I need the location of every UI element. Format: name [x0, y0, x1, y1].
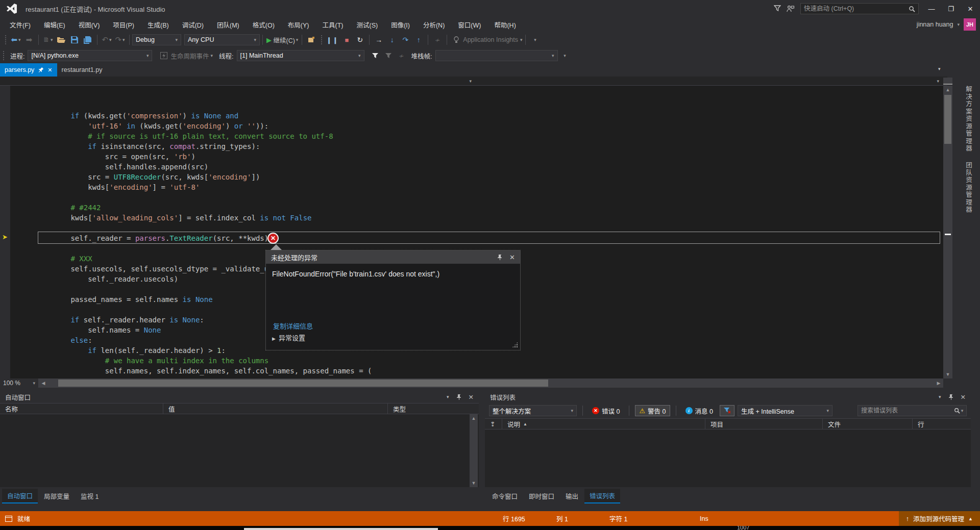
tab-list-dropdown-icon[interactable]: ▾ — [938, 66, 951, 71]
menu-item[interactable]: 团队(M) — [210, 17, 246, 32]
toolbar-grip[interactable] — [2, 51, 6, 60]
intellitrace-icon[interactable]: ≁ — [431, 34, 444, 46]
suppress-icon[interactable]: ≁ — [395, 49, 408, 62]
error-search-input[interactable] — [858, 407, 951, 414]
editor-split-handle[interactable] — [943, 78, 952, 85]
close-icon[interactable]: ✕ — [509, 254, 515, 261]
column-description[interactable]: 说明▲ — [502, 419, 705, 429]
step-over-button[interactable]: ↷ — [399, 34, 412, 46]
side-tab[interactable]: 解决方案资源管理器 — [964, 86, 973, 153]
thread-combo[interactable]: [1] MainThread▾ — [237, 50, 364, 61]
column-value[interactable]: 值 — [163, 403, 388, 414]
menu-item[interactable]: 编辑(E) — [37, 17, 72, 32]
menu-item[interactable]: 帮助(H) — [487, 17, 522, 32]
column-name[interactable]: 名称 — [0, 403, 163, 414]
panel-tab[interactable]: 自动窗口 — [2, 489, 38, 503]
panel-tab[interactable]: 局部变量 — [39, 489, 75, 503]
code-editor[interactable]: if (kwds.get('compression') is None and … — [0, 86, 943, 378]
undo-button[interactable]: ↶▾ — [100, 34, 113, 46]
save-all-button[interactable] — [81, 34, 94, 46]
panel-tab[interactable]: 输出 — [560, 489, 583, 503]
attach-icon[interactable] — [305, 34, 318, 46]
process-combo[interactable]: [N/A] python.exe▾ — [28, 50, 152, 61]
editor-vertical-scrollbar[interactable]: ▲ ▼ — [943, 86, 952, 378]
continue-button[interactable]: ▶ 继续(C)▾ — [265, 34, 299, 46]
scroll-up-icon[interactable]: ▲ — [470, 414, 478, 422]
column-file[interactable]: 文件 — [823, 419, 913, 429]
toolbar-grip[interactable] — [320, 35, 324, 44]
breakpoint-gutter[interactable] — [0, 86, 10, 378]
feedback-person-icon[interactable] — [784, 3, 797, 14]
close-button[interactable]: ✕ — [961, 2, 980, 16]
user-dropdown-icon[interactable]: ▾ — [957, 22, 960, 27]
close-tab-icon[interactable]: ✕ — [47, 67, 52, 73]
filter-threads-icon[interactable] — [369, 49, 382, 62]
member-dropdown[interactable]: ▾ — [476, 77, 943, 85]
search-icon[interactable]: ▾ — [951, 405, 966, 416]
app-insights-label[interactable]: Application Insights — [463, 36, 518, 43]
column-type[interactable]: 类型 — [388, 403, 479, 414]
scroll-right-icon[interactable]: ▶ — [934, 378, 943, 388]
pin-icon[interactable] — [456, 394, 461, 400]
toolbar-grip[interactable] — [4, 35, 8, 44]
exception-error-icon[interactable]: ✕ — [267, 233, 279, 244]
menu-item[interactable]: 调试(D) — [176, 17, 210, 32]
errors-filter-button[interactable]: ✕错误 0 — [589, 405, 623, 416]
editor-horizontal-scrollbar[interactable] — [48, 378, 934, 388]
menu-item[interactable]: 格式(O) — [246, 17, 281, 32]
pin-icon[interactable] — [38, 67, 43, 73]
menu-item[interactable]: 分析(N) — [416, 17, 451, 32]
close-icon[interactable]: ✕ — [469, 393, 474, 401]
toolbar-overflow-button[interactable]: ▾ — [528, 34, 542, 46]
popup-resize-grip[interactable] — [512, 342, 518, 348]
navigate-back-button[interactable]: ⬅▾ — [9, 34, 22, 46]
window-position-dropdown-icon[interactable]: ▾ — [939, 394, 941, 399]
menu-item[interactable]: 项目(P) — [106, 17, 141, 32]
panel-tab[interactable]: 即时窗口 — [524, 489, 559, 503]
scrollbar-thumb[interactable] — [58, 380, 548, 387]
copy-details-link[interactable]: 复制详细信息 — [273, 321, 313, 331]
scroll-up-icon[interactable]: ▲ — [943, 86, 952, 94]
solution-configuration-combo[interactable]: Debug▾ — [132, 34, 181, 45]
menu-item[interactable]: 生成(B) — [141, 17, 176, 32]
menu-item[interactable]: 图像(I) — [384, 17, 416, 32]
autos-body[interactable]: ▲ ▼ — [0, 414, 479, 487]
window-position-dropdown-icon[interactable]: ▾ — [447, 394, 449, 399]
scrollbar-thumb[interactable] — [944, 95, 951, 144]
stack-frame-combo[interactable]: ▾ — [435, 50, 558, 61]
save-button[interactable] — [68, 34, 81, 46]
menu-item[interactable]: 测试(S) — [350, 17, 384, 32]
side-tab[interactable]: 团队资源管理器 — [964, 162, 973, 214]
show-next-statement-button[interactable]: → — [372, 34, 385, 46]
new-file-button[interactable]: 🗎▾ — [41, 34, 55, 46]
autos-vertical-scrollbar[interactable]: ▲ ▼ — [470, 414, 478, 487]
restore-button[interactable]: ❐ — [941, 2, 961, 16]
messages-filter-button[interactable]: i消息 0 — [682, 405, 717, 416]
column-line[interactable]: 行 — [913, 419, 971, 429]
scope-combo[interactable]: 整个解决方案▾ — [489, 405, 577, 416]
menu-item[interactable]: 布局(Y) — [281, 17, 316, 32]
pin-icon[interactable] — [948, 394, 953, 400]
column-project[interactable]: 项目 — [705, 419, 823, 429]
pin-icon[interactable] — [497, 255, 502, 260]
panel-tab[interactable]: 错误列表 — [584, 489, 620, 503]
signed-in-user[interactable]: jinnan huang — [917, 21, 953, 28]
panel-tab[interactable]: 命令窗口 — [487, 489, 523, 503]
solution-platform-combo[interactable]: Any CPU▾ — [184, 34, 260, 45]
close-icon[interactable]: ✕ — [961, 393, 966, 401]
menu-item[interactable]: 视图(V) — [72, 17, 107, 32]
filter-button[interactable] — [720, 405, 734, 416]
lifecycle-events-icon[interactable] — [157, 49, 170, 62]
redo-button[interactable]: ↷▾ — [113, 34, 127, 46]
build-intellisense-combo[interactable]: 生成 + IntelliSense▾ — [738, 405, 832, 416]
stop-debugging-button[interactable]: ■ — [340, 34, 353, 46]
break-all-button[interactable]: ❙❙ — [325, 34, 340, 46]
error-list-titlebar[interactable]: 错误列表 ▾ ✕ — [485, 391, 971, 403]
restart-button[interactable]: ↻ — [353, 34, 366, 46]
scroll-down-icon[interactable]: ▼ — [470, 479, 478, 487]
add-to-source-control-button[interactable]: ↑ 添加到源代码管理 ▲ — [899, 511, 980, 526]
open-file-button[interactable] — [55, 34, 68, 46]
warnings-filter-button[interactable]: ⚠警告 0 — [635, 405, 670, 416]
scroll-down-icon[interactable]: ▼ — [943, 370, 952, 378]
minimize-button[interactable]: — — [922, 2, 941, 16]
